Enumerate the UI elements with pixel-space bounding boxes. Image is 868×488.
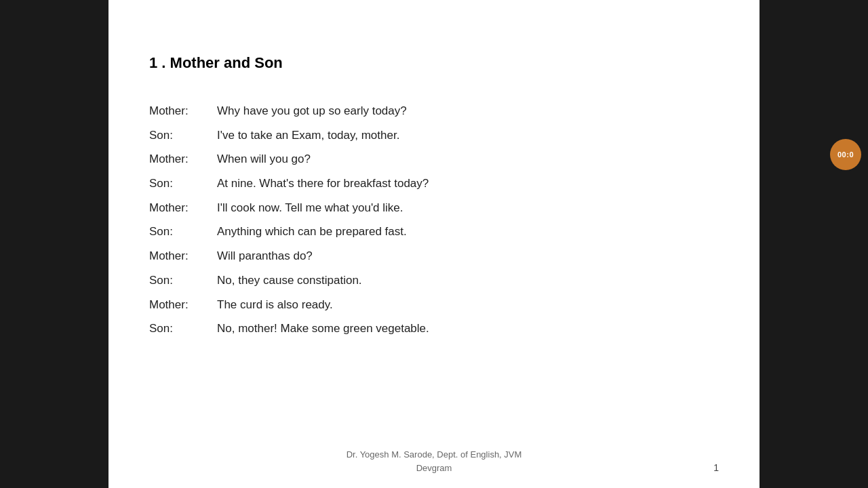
dialogue-line: Mother:Will paranthas do? — [149, 244, 719, 268]
dialogue-line: Son:Anything which can be prepared fast. — [149, 220, 719, 244]
speaker-label: Son: — [149, 123, 217, 148]
speech-text: I'll cook now. Tell me what you'd like. — [217, 196, 403, 220]
dialogue-line: Mother:I'll cook now. Tell me what you'd… — [149, 196, 719, 220]
speech-text: Why have you got up so early today? — [217, 99, 407, 123]
slide-title: 1 . Mother and Son — [149, 54, 719, 72]
speaker-label: Mother: — [149, 244, 217, 268]
speech-text: No, they cause constipation. — [217, 268, 362, 293]
speaker-label: Mother: — [149, 196, 217, 220]
speaker-label: Son: — [149, 220, 217, 244]
speech-text: The curd is also ready. — [217, 293, 333, 317]
slide-footer: Dr. Yogesh M. Sarode, Dept. of English, … — [108, 448, 760, 474]
speech-text: I've to take an Exam, today, mother. — [217, 123, 399, 148]
speaker-label: Son: — [149, 268, 217, 293]
timer-label: 00:0 — [837, 150, 854, 159]
speech-text: Will paranthas do? — [217, 244, 313, 268]
speech-text: At nine. What's there for breakfast toda… — [217, 171, 429, 196]
dialogue-line: Son:I've to take an Exam, today, mother. — [149, 123, 719, 148]
left-sidebar — [0, 0, 108, 488]
speech-text: Anything which can be prepared fast. — [217, 220, 407, 244]
speaker-label: Mother: — [149, 293, 217, 317]
right-sidebar: 00:0 — [760, 0, 868, 488]
slide-number: 1 — [713, 462, 719, 473]
footer-line1: Dr. Yogesh M. Sarode, Dept. of English, … — [347, 449, 522, 460]
dialogue-line: Son:At nine. What's there for breakfast … — [149, 171, 719, 196]
speech-text: When will you go? — [217, 147, 311, 171]
slide-content: 1 . Mother and Son Mother:Why have you g… — [108, 0, 760, 488]
dialogue-line: Son:No, they cause constipation. — [149, 268, 719, 293]
speech-text: No, mother! Make some green vegetable. — [217, 317, 429, 341]
speaker-label: Mother: — [149, 99, 217, 123]
speaker-label: Son: — [149, 171, 217, 196]
speaker-label: Son: — [149, 317, 217, 341]
dialogue-section: Mother:Why have you got up so early toda… — [149, 99, 719, 341]
dialogue-line: Son:No, mother! Make some green vegetabl… — [149, 317, 719, 341]
footer-line2: Devgram — [416, 463, 452, 473]
timer-badge[interactable]: 00:0 — [830, 139, 861, 170]
dialogue-line: Mother:Why have you got up so early toda… — [149, 99, 719, 123]
dialogue-line: Mother:When will you go? — [149, 147, 719, 171]
speaker-label: Mother: — [149, 147, 217, 171]
dialogue-line: Mother:The curd is also ready. — [149, 293, 719, 317]
